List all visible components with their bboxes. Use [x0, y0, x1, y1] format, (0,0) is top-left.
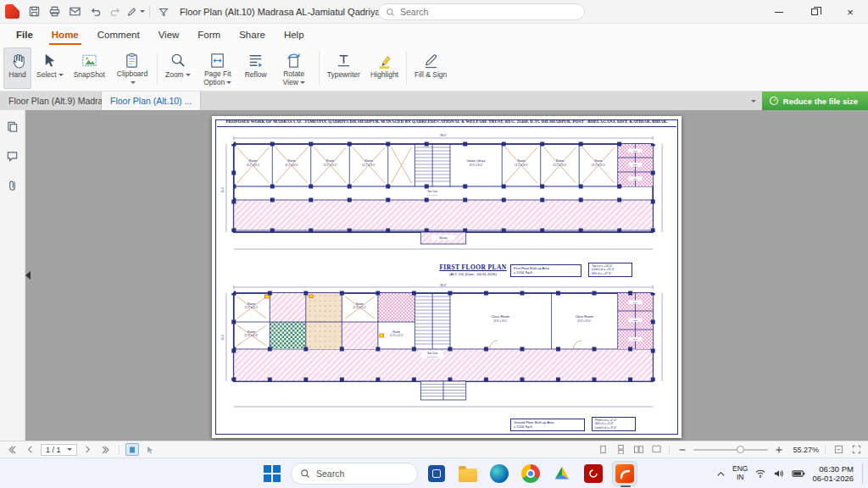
volume-icon[interactable] [773, 469, 785, 479]
comments-panel-icon[interactable] [6, 150, 19, 166]
titlebar-search[interactable] [378, 3, 585, 20]
close-button[interactable]: × [832, 0, 868, 24]
tab-home[interactable]: Home [42, 24, 88, 46]
svg-text:23'-6" x 19'-0": 23'-6" x 19'-0" [493, 319, 507, 323]
svg-text:Room: Room [248, 330, 255, 334]
undo-button[interactable] [86, 3, 104, 21]
prev-view-button[interactable] [5, 443, 19, 456]
zoom-percent[interactable]: 55.27% [790, 446, 819, 454]
svg-text:98'-0": 98'-0" [440, 134, 447, 137]
search-input[interactable] [400, 7, 553, 17]
tab-view[interactable]: View [149, 24, 189, 46]
fit-page-button[interactable] [832, 443, 845, 456]
start-button[interactable] [259, 461, 285, 486]
first-floor-levels-note: Top Lvl = +24'-0" Lintel Lvl = +21'-0" S… [588, 263, 632, 277]
single-page-view-button[interactable] [596, 443, 609, 456]
drive-button[interactable] [549, 461, 575, 486]
hand-mode-toggle[interactable] [125, 443, 139, 456]
battery-icon[interactable] [792, 469, 805, 478]
sheet-header-text: PROPOSED WORK OF MADRASA AL -JAMIATUL QA… [217, 119, 676, 127]
file-explorer-icon [459, 469, 477, 482]
tool-snapshot[interactable]: SnapShot [69, 47, 110, 89]
reduce-file-size-button[interactable]: Reduce the file size [762, 92, 868, 110]
tool-typewriter[interactable]: Typewriter [322, 47, 365, 89]
ground-floor-levels-note: Plinth Lvl = +2'-0" Sill Lvl = +5'-6" Li… [592, 417, 636, 431]
svg-text:Toilet: Toilet [633, 178, 637, 180]
svg-text:13'-2" x 19'-0": 13'-2" x 19'-0" [592, 164, 605, 167]
select-mode-toggle[interactable] [143, 443, 157, 456]
titlebar: Floor Plan (Alt.10) Madrasa AL-Jamiatul … [0, 0, 868, 24]
facing-view-button[interactable] [632, 443, 645, 456]
continuous-view-button[interactable] [614, 443, 627, 456]
edge-button[interactable] [487, 461, 512, 486]
document-tab-bar: Floor Plan (Alt.9) Madra... Floor Plan (… [0, 92, 868, 110]
tool-zoom[interactable]: Zoom [160, 47, 196, 89]
page-number-box[interactable]: 1 / 1 [41, 444, 77, 456]
svg-text:13'-2" x 19'-0": 13'-2" x 19'-0" [247, 164, 260, 167]
tab-file[interactable]: File [7, 24, 42, 46]
navigation-panel-bar [0, 110, 25, 441]
divider [149, 6, 150, 18]
minimize-button[interactable] [761, 0, 797, 24]
wifi-icon[interactable] [754, 469, 766, 479]
pdf-editor-button[interactable] [612, 461, 637, 486]
clock[interactable]: 06:30 PM 06-01-2026 [812, 464, 854, 484]
svg-text:Stair Case: Stair Case [427, 352, 438, 355]
tool-reflow[interactable]: Reflow [240, 47, 272, 89]
restore-button[interactable] [797, 0, 832, 24]
task-view-button[interactable] [424, 461, 449, 486]
acrobat-button[interactable] [581, 461, 606, 486]
zoom-slider-thumb[interactable] [737, 446, 744, 453]
language-indicator[interactable]: ENG IN [732, 465, 748, 482]
tab-form[interactable]: Form [188, 24, 230, 46]
svg-text:13'-2" x 19'-0": 13'-2" x 19'-0" [285, 164, 298, 167]
tab-comment[interactable]: Comment [88, 24, 149, 46]
taskbar-search[interactable]: Search [291, 463, 418, 485]
doc-tab-alt10[interactable]: Floor Plan (Alt.10) ... [102, 92, 201, 110]
email-button[interactable] [65, 3, 84, 21]
document-canvas[interactable]: PROPOSED WORK OF MADRASA AL -JAMIATUL QA… [25, 110, 868, 441]
svg-text:23'-6" x 19'-0": 23'-6" x 19'-0" [470, 164, 483, 167]
attachments-panel-icon[interactable] [6, 180, 19, 196]
next-view-button[interactable] [99, 443, 113, 456]
pen-tool-button[interactable] [126, 3, 145, 21]
zoom-in-button[interactable] [772, 443, 786, 456]
panel-collapse-handle[interactable] [25, 271, 31, 280]
zoom-out-button[interactable] [676, 443, 689, 456]
fullscreen-button[interactable] [849, 443, 863, 456]
tool-highlight[interactable]: Highlight [365, 47, 403, 89]
print-button[interactable] [45, 3, 64, 21]
ground-floor-plan-drawing: 98'-0" 29'-6" [217, 283, 671, 413]
tool-fill-sign[interactable]: Fill & Sign [409, 47, 452, 89]
svg-text:Room: Room [326, 159, 334, 163]
page-fit-icon [209, 51, 226, 69]
windows-taskbar: Search ENG IN 06:30 PM 06-01-2026 [0, 458, 868, 488]
tool-page-fit[interactable]: Page Fit Option [196, 47, 240, 89]
prev-page-button[interactable] [23, 443, 36, 456]
svg-text:Bath: Bath [633, 319, 637, 321]
tool-rotate-view[interactable]: Rotate View [272, 47, 316, 89]
chrome-icon [521, 464, 540, 483]
tool-select[interactable]: Select [31, 47, 69, 89]
tool-clipboard[interactable]: Clipboard [110, 47, 154, 89]
tab-share[interactable]: Share [230, 24, 275, 46]
redo-button[interactable] [106, 3, 125, 21]
zoom-slider[interactable] [693, 449, 768, 451]
next-page-button[interactable] [81, 443, 95, 456]
tab-list-chevron[interactable] [743, 92, 762, 110]
save-button[interactable] [25, 3, 43, 21]
tab-help[interactable]: Help [275, 24, 314, 46]
book-view-button[interactable] [649, 443, 663, 456]
chrome-button[interactable] [518, 461, 543, 486]
tool-hand[interactable]: Hand [3, 47, 31, 89]
page-thumbnails-icon[interactable] [6, 120, 19, 136]
svg-text:Islamic Library: Islamic Library [467, 159, 486, 163]
file-explorer-button[interactable] [455, 461, 481, 486]
hand-icon [8, 51, 26, 70]
svg-text:12'-9" x 15'-0": 12'-9" x 15'-0" [353, 306, 366, 309]
fill-sign-icon [422, 51, 440, 70]
show-desktop-button[interactable] [862, 463, 865, 484]
tray-chevron-icon[interactable] [716, 469, 726, 479]
funnel-icon[interactable] [154, 3, 173, 21]
doc-tab-alt9[interactable]: Floor Plan (Alt.9) Madra... [0, 92, 102, 110]
